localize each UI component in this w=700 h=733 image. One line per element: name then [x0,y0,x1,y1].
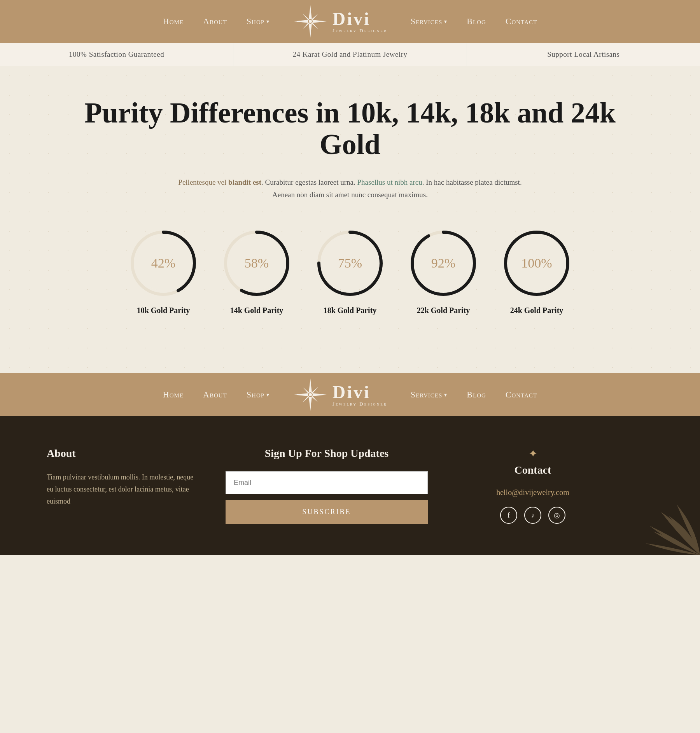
footer-shop-chevron-icon: ▾ [266,392,270,398]
footer-nav-about[interactable]: About [203,390,227,399]
circle-label-2: 18k Gold Parity [324,306,377,315]
nav-blog[interactable]: Blog [467,16,486,26]
main-subtitle: Pellentesque vel blandit est. Curabitur … [175,176,525,201]
circle-chart-3: 92% [408,228,478,298]
circle-inner-2: 75% [323,236,377,290]
main-content: Purity Differences in 10k, 14k, 18k and … [0,66,700,373]
circle-label-0: 10k Gold Parity [137,306,190,315]
footer-logo-subtitle: Jewelry Designer [332,401,387,406]
footer-nav-contact[interactable]: Contact [506,390,537,399]
footer-logo-star-icon [293,377,328,412]
footer-nav-left: Home About Shop ▾ [163,390,270,400]
footer-about-title: About [47,447,194,460]
circle-chart-0: 42% [128,228,198,298]
shop-chevron-icon: ▾ [266,18,270,25]
circle-label-3: 22k Gold Parity [417,306,470,315]
email-input[interactable] [226,471,428,494]
logo-subtitle: Jewelry Designer [332,28,387,33]
circle-pct-0: 42% [151,256,175,271]
footer-nav-services[interactable]: Services ▾ [411,390,448,400]
footer-contact-section: ✦ Contact hello@divijewelry.com f ♪ ◎ [459,447,607,524]
circle-chart-1: 58% [222,228,292,298]
footer-nav-blog[interactable]: Blog [467,390,486,399]
facebook-icon[interactable]: f [500,507,517,524]
footer-nav-home[interactable]: Home [163,390,184,399]
instagram-icon[interactable]: ◎ [548,507,565,524]
circle-item-4: 100% 24k Gold Parity [502,228,572,315]
circle-pct-2: 75% [338,256,362,271]
svg-point-3 [309,20,312,23]
banner-item-1: 100% Satisfaction Guaranteed [0,43,233,66]
social-icons-row: f ♪ ◎ [459,507,607,524]
nav-services[interactable]: Services ▾ [411,16,448,26]
logo[interactable]: Divi Jewelry Designer [293,4,387,39]
footer-nav-right: Services ▾ Blog Contact [411,390,537,400]
footer-services-chevron-icon: ▾ [444,392,447,398]
palm-leaf-decoration [622,477,700,555]
svg-point-17 [309,393,312,396]
circle-chart-4: 100% [502,228,572,298]
nav-shop[interactable]: Shop ▾ [247,16,270,26]
header: Home About Shop ▾ Divi Jewelry Designer [0,0,700,43]
footer-signup-title: Sign Up For Shop Updates [226,447,428,460]
circle-label-4: 24k Gold Parity [510,306,564,315]
circle-item-1: 58% 14k Gold Parity [222,228,292,315]
footer-logo[interactable]: Divi Jewelry Designer [293,377,387,412]
nav-right: Services ▾ Blog Contact [411,16,537,26]
services-chevron-icon: ▾ [444,18,447,25]
footer-signup-section: Sign Up For Shop Updates SUBSCRIBE [226,447,428,524]
footer-nav: Home About Shop ▾ Divi Jewelry Designer [0,373,700,416]
nav-contact[interactable]: Contact [506,16,537,26]
circle-item-2: 75% 18k Gold Parity [315,228,385,315]
circle-chart-2: 75% [315,228,385,298]
footer-contact-title: Contact [459,464,607,476]
circle-pct-1: 58% [245,256,269,271]
footer-nav-shop[interactable]: Shop ▾ [247,390,270,400]
nav-about[interactable]: About [203,16,227,26]
page-title: Purity Differences in 10k, 14k, 18k and … [78,97,622,161]
circles-row: 42% 10k Gold Parity 58% 14k Gold Parity [78,228,622,315]
circle-inner-1: 58% [229,236,284,290]
footer-about-text: Tiam pulvinar vestibulum mollis. In mole… [47,471,194,507]
circle-inner-4: 100% [509,236,564,290]
contact-email: hello@divijewelry.com [459,488,607,497]
footer-about-section: About Tiam pulvinar vestibulum mollis. I… [47,447,194,524]
sparkle-icon: ✦ [459,447,607,460]
logo-star-icon [293,4,328,39]
circle-pct-4: 100% [521,256,552,271]
footer-logo-divi-text: Divi [332,383,387,401]
banner-bar: 100% Satisfaction Guaranteed 24 Karat Go… [0,43,700,66]
circle-item-3: 92% 22k Gold Parity [408,228,478,315]
banner-item-2: 24 Karat Gold and Platinum Jewelry [233,43,467,66]
circle-label-1: 14k Gold Parity [230,306,284,315]
circle-inner-0: 42% [136,236,191,290]
circle-pct-3: 92% [431,256,455,271]
logo-divi-text: Divi [332,10,387,28]
footer-bottom: About Tiam pulvinar vestibulum mollis. I… [0,416,700,555]
circle-inner-3: 92% [416,236,471,290]
tiktok-icon[interactable]: ♪ [524,507,541,524]
banner-item-3: Support Local Artisans [467,43,700,66]
nav-home[interactable]: Home [163,16,184,26]
nav-left: Home About Shop ▾ [163,16,270,26]
circle-item-0: 42% 10k Gold Parity [128,228,198,315]
subscribe-button[interactable]: SUBSCRIBE [226,500,428,524]
